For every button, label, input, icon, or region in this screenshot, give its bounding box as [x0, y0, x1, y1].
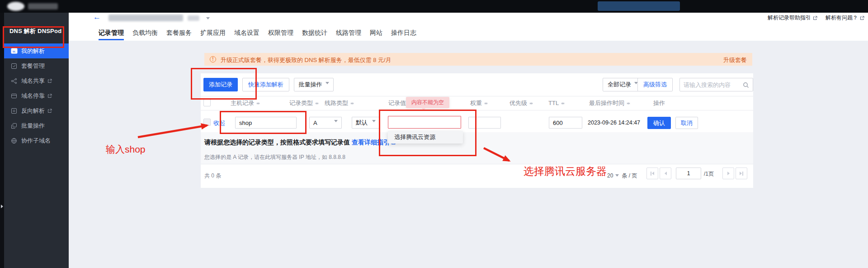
- search-input[interactable]: [684, 79, 740, 91]
- column-header-8[interactable]: 最后操作时间: [589, 96, 630, 110]
- help-guide-label: 解析记录帮助指引: [768, 14, 811, 22]
- collapse-row-link[interactable]: 收起: [213, 119, 225, 127]
- record-filter-dropdown[interactable]: 全部记录: [603, 78, 641, 91]
- confirm-button[interactable]: 确认: [647, 117, 671, 129]
- cancel-button[interactable]: 取消: [675, 117, 698, 129]
- tab-9[interactable]: 网站: [370, 26, 382, 40]
- tab-2[interactable]: 负载均衡: [132, 26, 158, 40]
- search-icon[interactable]: [743, 82, 749, 90]
- column-label: 最后操作时间: [589, 100, 624, 106]
- weight-input[interactable]: [468, 117, 501, 129]
- domain-dropdown-caret[interactable]: [206, 17, 210, 21]
- chevron-down-icon: [334, 120, 338, 124]
- sidebar-item-package[interactable]: 套餐管理: [4, 58, 69, 73]
- sidebar-item-batch[interactable]: 批量操作: [4, 118, 69, 133]
- first-page-button[interactable]: [646, 168, 658, 179]
- annotation-label-select-server: 选择腾讯云服务器: [524, 164, 607, 178]
- tab-3[interactable]: 套餐服务: [166, 26, 192, 40]
- select-all-checkbox[interactable]: [203, 99, 211, 106]
- page-size-select[interactable]: 20条 / 页: [607, 172, 637, 180]
- detail-guide-link[interactable]: 查看详细指引: [352, 139, 390, 146]
- batch-actions-label: 批量操作: [299, 81, 322, 89]
- sidebar-item-label: 批量操作: [21, 122, 45, 130]
- chevron-down-icon: [326, 82, 329, 86]
- upgrade-plan-link[interactable]: 升级套餐: [723, 56, 747, 64]
- column-header-1[interactable]: 主机记录: [231, 96, 260, 110]
- page-number-input[interactable]: [676, 168, 701, 179]
- sort-icon[interactable]: [627, 100, 630, 105]
- collapsed-panel-strip[interactable]: [0, 13, 4, 268]
- sort-icon[interactable]: [350, 100, 354, 105]
- sidebar-item-share[interactable]: 域名共享: [4, 73, 69, 88]
- chevron-down-icon: [615, 174, 619, 178]
- column-header-5[interactable]: 权重: [470, 96, 488, 110]
- column-label: 权重: [470, 100, 482, 106]
- ttl-input[interactable]: [549, 117, 582, 129]
- sidebar-item-park[interactable]: 域名停靠: [4, 88, 69, 103]
- page-size-value: 20: [607, 172, 613, 179]
- sidebar-item-label: 协作子域名: [21, 137, 51, 145]
- column-label: 记录类型: [289, 100, 313, 106]
- sidebar-item-label: 套餐管理: [21, 62, 45, 70]
- reverse-icon: [10, 107, 18, 114]
- add-record-button[interactable]: 添加记录: [203, 78, 238, 91]
- sidebar: DNS 解析 DNSPod w.我的解析套餐管理域名共享域名停靠反向解析批量操作…: [4, 13, 69, 268]
- column-header-3[interactable]: 线路类型: [325, 96, 354, 110]
- last-page-button[interactable]: [736, 168, 747, 179]
- line-type-select[interactable]: 默认: [352, 117, 380, 129]
- page-total-label: /1页: [704, 170, 714, 178]
- sort-icon[interactable]: [256, 100, 260, 105]
- record-value-input[interactable]: [388, 116, 461, 129]
- sort-icon[interactable]: [315, 100, 319, 105]
- batch-actions-dropdown[interactable]: 批量操作: [294, 78, 334, 91]
- info-icon: !: [210, 56, 216, 62]
- quick-add-button[interactable]: 快速添加解析: [242, 78, 289, 91]
- help-guide-link[interactable]: 解析记录帮助指引: [768, 14, 817, 22]
- record-type-select[interactable]: A: [309, 117, 342, 129]
- advanced-filter-button[interactable]: 高级筛选: [637, 78, 673, 91]
- tab-5[interactable]: 域名设置: [234, 26, 259, 40]
- host-record-input[interactable]: [235, 117, 297, 129]
- back-arrow-icon[interactable]: ←: [93, 13, 101, 22]
- tab-6[interactable]: 权限管理: [268, 26, 293, 40]
- column-label: 优先级: [509, 100, 527, 106]
- column-label: 线路类型: [325, 100, 348, 106]
- sidebar-item-reverse[interactable]: 反向解析: [4, 103, 69, 118]
- sort-icon[interactable]: [484, 100, 488, 105]
- tencent-resource-option[interactable]: 选择腾讯云资源: [388, 131, 463, 144]
- tab-4[interactable]: 扩展应用: [200, 26, 226, 40]
- domain-name-blurred: [108, 14, 183, 21]
- svg-text:w.: w.: [12, 49, 16, 53]
- divider: [201, 164, 753, 164]
- logo-text-blurred: [28, 3, 58, 10]
- row-checkbox[interactable]: [203, 119, 211, 126]
- column-header-2[interactable]: 记录类型: [289, 96, 319, 110]
- help-question-link[interactable]: 解析有问题？: [826, 14, 864, 22]
- sort-icon[interactable]: [529, 100, 533, 105]
- prev-page-button[interactable]: [660, 168, 671, 179]
- record-type-value: A: [313, 120, 317, 126]
- line-type-value: 默认: [356, 119, 368, 127]
- external-link-icon: [47, 79, 52, 83]
- tab-10[interactable]: 操作日志: [391, 26, 416, 40]
- next-page-button[interactable]: [722, 168, 734, 179]
- tab-7[interactable]: 数据统计: [302, 26, 327, 40]
- topbar-search-box[interactable]: [598, 1, 680, 11]
- sort-icon[interactable]: [561, 100, 565, 105]
- sidebar-item-resolve[interactable]: w.我的解析: [4, 43, 69, 58]
- external-link-icon: [860, 16, 864, 20]
- prev-page-icon: [665, 172, 667, 175]
- sidebar-item-label: 域名停靠: [21, 92, 45, 100]
- package-icon: [10, 62, 18, 69]
- tab-8[interactable]: 线路管理: [336, 26, 361, 40]
- batch-icon: [10, 122, 18, 129]
- external-link-icon: [47, 94, 52, 98]
- help-links: 解析记录帮助指引 解析有问题？: [768, 14, 864, 22]
- sidebar-menu: w.我的解析套餐管理域名共享域名停靠反向解析批量操作协作子域名: [4, 43, 69, 148]
- external-link-icon: [813, 16, 817, 20]
- tab-1[interactable]: 记录管理: [99, 26, 124, 40]
- next-page-icon: [727, 172, 730, 175]
- column-header-7[interactable]: TTL: [548, 96, 565, 110]
- column-header-6[interactable]: 优先级: [509, 96, 533, 110]
- sidebar-item-globe[interactable]: 协作子域名: [4, 133, 69, 148]
